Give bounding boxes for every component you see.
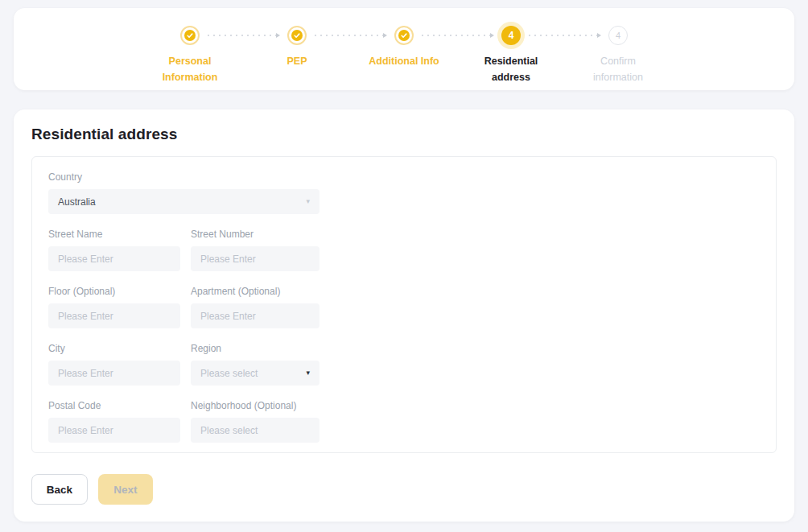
neighborhood-placeholder: Please select [200,425,258,436]
step-residential-address[interactable]: 4 Residential address [458,26,565,85]
step-label: Confirm information [581,53,655,85]
neighborhood-label: Neighborhood (Optional) [191,400,319,412]
form-actions: Back Next [31,474,777,505]
stepper-card: Personal Information PEP [14,8,794,90]
country-row: Country Australia ▾ [48,171,760,214]
street-number-input[interactable] [191,246,319,271]
street-number-label: Street Number [191,229,319,241]
check-icon [291,30,303,41]
step-completed-circle [394,26,414,45]
country-select[interactable]: Australia ▾ [48,189,319,214]
step-personal-information[interactable]: Personal Information [137,26,244,85]
floor-label: Floor (Optional) [48,286,180,298]
city-region-row: City Region Please select ▾ [48,343,760,386]
city-label: City [48,343,180,355]
floor-apartment-row: Floor (Optional) Apartment (Optional) [48,286,760,328]
step-confirm-information[interactable]: 4 Confirm information [565,26,672,85]
apartment-label: Apartment (Optional) [191,286,319,298]
postal-neighborhood-row: Postal Code Neighborhood (Optional) Plea… [48,400,760,443]
step-label: Additional Info [367,53,441,69]
check-icon [184,30,196,41]
wizard-stepper: Personal Information PEP [137,26,672,85]
address-form-panel: Country Australia ▾ Street Name Street N… [31,156,777,453]
street-name-label: Street Name [48,229,180,241]
page-title: Residential address [31,126,777,143]
step-active-circle: 4 [501,26,521,45]
postal-code-label: Postal Code [48,400,180,412]
residential-address-card: Residential address Country Australia ▾ … [14,109,794,522]
apartment-input[interactable] [191,303,319,328]
floor-input[interactable] [48,303,180,328]
country-value: Australia [58,196,96,208]
street-name-input[interactable] [48,246,180,271]
step-completed-circle [287,26,307,45]
caret-down-icon: ▾ [306,198,310,205]
step-label: PEP [260,53,334,69]
step-label: Personal Information [153,53,227,85]
country-label: Country [48,171,760,184]
caret-down-icon: ▾ [306,369,310,377]
region-select[interactable]: Please select ▾ [191,361,319,386]
step-label: Residential address [474,53,548,85]
step-completed-circle [180,26,200,45]
region-placeholder: Please select [200,368,258,379]
next-button[interactable]: Next [98,474,153,505]
neighborhood-select[interactable]: Please select [191,418,319,443]
city-input[interactable] [48,361,180,386]
street-row: Street Name Street Number [48,229,760,271]
step-additional-info[interactable]: Additional Info [351,26,458,85]
step-upcoming-circle: 4 [608,26,628,45]
step-pep[interactable]: PEP [244,26,351,85]
check-icon [398,30,410,41]
region-label: Region [191,343,319,355]
back-button[interactable]: Back [31,474,88,505]
postal-code-input[interactable] [48,418,180,443]
